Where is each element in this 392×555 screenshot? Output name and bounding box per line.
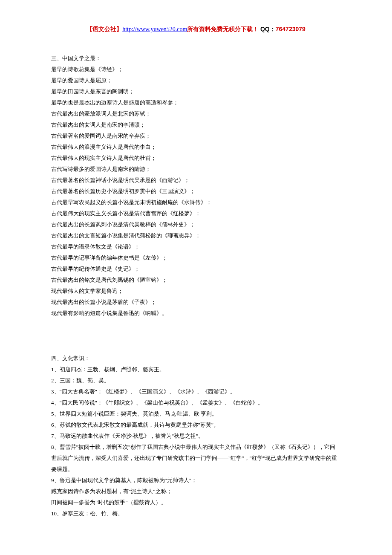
section-4-heading: 四、文化常识： bbox=[51, 353, 341, 364]
body-line: 古代最杰出的铭文是唐代刘禹锡的《陋室铭》； bbox=[51, 275, 341, 286]
site-link[interactable]: http://www.yuwen520.com bbox=[122, 26, 187, 32]
body-line: 古代最杰出的女词人是南宋的李清照； bbox=[51, 119, 341, 130]
body-line: 古代最伟大的现实主义长篇小说是清代曹雪芹的《红楼梦》； bbox=[51, 208, 341, 219]
body-line: 古代最早的纪传体通史是《史记》； bbox=[51, 263, 341, 275]
body-line: 2、三国：魏、蜀、吴。 bbox=[51, 375, 341, 386]
body-line: 古代最早的记事详备的编年体史书是《左传》； bbox=[51, 252, 341, 263]
body-line: 10、岁寒三友：松、竹、梅。 bbox=[51, 508, 341, 519]
tagline: 所有资料免费无积分下载！ bbox=[187, 26, 259, 32]
header-divider bbox=[51, 42, 341, 42]
body-line: 古代最早写农民起义的长篇小说是元末明初施耐庵的《水浒传》； bbox=[51, 197, 341, 208]
body-line: 古代最杰出的长篇讽刺小说是清代吴敬梓的《儒林外史》； bbox=[51, 219, 341, 230]
body-line: 7、马致远的散曲代表作《天净沙·秋思》，被誉为"秋思之祖"。 bbox=[51, 431, 341, 442]
brand-label: 【语文公社】 bbox=[86, 26, 122, 32]
body-line: 现代最伟大的文学家是鲁迅； bbox=[51, 286, 341, 297]
page-header: 【语文公社】http://www.yuwen520.com所有资料免费无积分下载… bbox=[51, 26, 341, 33]
body-line: 古代写诗最多的爱国诗人是南宋的陆游； bbox=[51, 164, 341, 175]
body-line: 5、世界四大短篇小说巨匠：契诃夫、莫泊桑、马克·吐温、欧·亨利。 bbox=[51, 408, 341, 419]
body-line: 古代最杰出的豪放派词人是北宋的苏轼； bbox=[51, 108, 341, 119]
qq-number: 764723079 bbox=[276, 26, 306, 32]
content-body: 三、中国文学之最： 最早的诗歌总集是《诗经》； 最早的爱国诗人是屈原； 最早的田… bbox=[51, 53, 341, 519]
body-line: 4、"四大民间传说"：《牛郎织女》、《梁山伯与祝英台》、《孟姜女》、《白蛇传》。 bbox=[51, 397, 341, 408]
body-line: 古代最伟大的现实主义诗人是唐代的杜甫； bbox=[51, 153, 341, 164]
body-line: 臧克家因诗作多为农村题材，有"泥土诗人"之称； bbox=[51, 486, 341, 497]
body-line: 古代最杰出的文言短篇小说集是清代蒲松龄的《聊斋志异》； bbox=[51, 230, 341, 241]
section-3-heading: 三、中国文学之最： bbox=[51, 53, 341, 64]
body-line: 最早的田园诗人是东晋的陶渊明； bbox=[51, 86, 341, 97]
body-line: 古代最著名的长篇神话小说是明代吴承恩的《西游记》； bbox=[51, 175, 341, 186]
body-line: 最早的诗歌总集是《诗经》； bbox=[51, 64, 341, 75]
body-line: 3、"四大古典名著"：《红楼梦》、《三国演义》、《水浒》、《西游记》。 bbox=[51, 386, 341, 397]
body-line: 现代最有影响的短篇小说集是鲁迅的《呐喊》。 bbox=[51, 308, 341, 319]
body-line: 田间被闻一多誉为"时代的鼓手"（擂鼓诗人）。 bbox=[51, 497, 341, 508]
body-line: 6、苏轼的散文代表北宋散文的最高成就，其诗与黄庭坚并称"苏黄"。 bbox=[51, 419, 341, 431]
body-line: 9、鲁迅是中国现代文学的奠基人，陈毅被称为"元帅诗人"； bbox=[51, 475, 341, 486]
body-line: 古代最著名的爱国词人是南宋的辛弃疾； bbox=[51, 130, 341, 142]
document-page: 【语文公社】http://www.yuwen520.com所有资料免费无积分下载… bbox=[0, 0, 392, 553]
body-line: 现代最杰出的长篇小说是茅盾的《子夜》； bbox=[51, 297, 341, 308]
body-line: 最早的爱国诗人是屈原； bbox=[51, 75, 341, 86]
body-line: 古代最早的语录体散文是《论语》； bbox=[51, 241, 341, 252]
qq-label: QQ： bbox=[260, 26, 276, 32]
body-line: 8、曹雪芹"披阅十载，增删五次"创作了我国古典小说中最伟大的现实主义作品《红楼梦… bbox=[51, 442, 341, 475]
body-line: 1、初唐四杰：王勃、杨炯、卢照邻、骆宾王。 bbox=[51, 364, 341, 375]
body-line: 最早的也是最杰出的边塞诗人是盛唐的高适和岑参； bbox=[51, 97, 341, 108]
body-line: 古代最伟大的浪漫主义诗人是唐代的李白； bbox=[51, 142, 341, 153]
body-line: 古代最著名的长篇历史小说是明初罗贯中的《三国演义》； bbox=[51, 186, 341, 197]
